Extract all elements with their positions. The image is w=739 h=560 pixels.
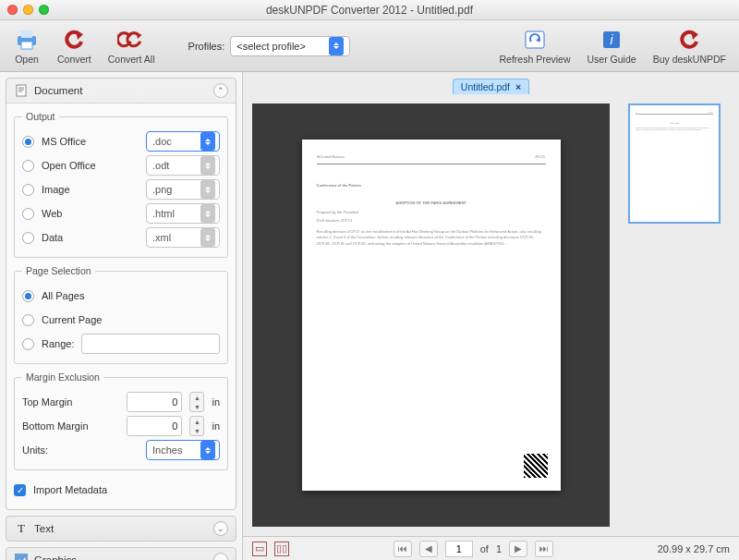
- first-page-button[interactable]: ⏮: [394, 541, 412, 557]
- import-metadata-checkbox[interactable]: ✓: [14, 484, 26, 496]
- profiles-select[interactable]: <select profile>: [230, 36, 350, 56]
- output-data[interactable]: Data .xml: [22, 225, 220, 250]
- radio-range[interactable]: [22, 338, 34, 350]
- radio-msoffice[interactable]: [22, 136, 34, 148]
- top-margin-stepper[interactable]: ▲▼: [189, 392, 204, 412]
- all-pages-row[interactable]: All Pages: [22, 284, 220, 308]
- next-page-button[interactable]: ▶: [509, 541, 527, 557]
- refresh-label: Refresh Preview: [500, 54, 571, 65]
- refresh-preview-button[interactable]: Refresh Preview: [500, 28, 571, 65]
- open-label: Open: [15, 54, 39, 65]
- chevron-updown-icon: [200, 204, 215, 223]
- chevron-updown-icon: [329, 37, 344, 55]
- page-thumbnail[interactable]: ⊕FCCC ADOPTION Lorem ipsum dolor sit ame…: [628, 103, 721, 224]
- radio-label: Web: [42, 208, 139, 219]
- output-openoffice[interactable]: Open Office .odt: [22, 153, 220, 177]
- guide-label: User Guide: [588, 54, 636, 65]
- main-area: Untitled.pdf × ⊕ United NationsFCCC Conf…: [243, 72, 739, 560]
- radio-label: Open Office: [42, 160, 139, 171]
- pager-of: of: [480, 543, 489, 554]
- radio-data[interactable]: [22, 232, 34, 244]
- convert-all-button[interactable]: Convert All: [108, 28, 155, 65]
- page-selection-legend: Page Selection: [22, 265, 95, 276]
- import-metadata-row[interactable]: ✓ Import Metadata: [14, 478, 228, 502]
- page-number-input[interactable]: [445, 541, 473, 557]
- svg-rect-6: [17, 85, 26, 96]
- preview-area: ⊕ United NationsFCCC Conference of the P…: [243, 94, 739, 536]
- format-select-png[interactable]: .png: [146, 179, 220, 200]
- format-select-html[interactable]: .html: [146, 203, 220, 224]
- convert-all-icon: [117, 28, 145, 52]
- radio-label: Image: [42, 184, 139, 195]
- document-panel-title: Document: [34, 85, 82, 96]
- profiles-group: Profiles: <select profile>: [188, 36, 351, 56]
- thumbnail-strip: ⊕FCCC ADOPTION Lorem ipsum dolor sit ame…: [619, 103, 730, 527]
- document-panel-header[interactable]: Document ⌃: [6, 79, 236, 103]
- convert-label: Convert: [57, 54, 91, 65]
- graphics-panel-title: Graphics: [34, 554, 77, 560]
- text-panel-header[interactable]: T Text ⌄: [6, 517, 236, 541]
- buy-button[interactable]: Buy deskUNPDF: [653, 28, 726, 65]
- import-metadata-label: Import Metadata: [33, 484, 107, 495]
- radio-current-page[interactable]: [22, 314, 34, 326]
- radio-label: Range:: [42, 338, 74, 349]
- radio-image[interactable]: [22, 184, 34, 196]
- buy-icon: [675, 28, 703, 52]
- radio-label: Current Page: [42, 314, 102, 325]
- radio-all-pages[interactable]: [22, 290, 34, 302]
- current-page-row[interactable]: Current Page: [22, 308, 220, 332]
- page-selection-group: Page Selection All Pages Current Page Ra…: [14, 265, 228, 364]
- units-select[interactable]: Inches: [146, 440, 220, 460]
- svg-rect-1: [21, 30, 32, 38]
- radio-label: MS Office: [42, 136, 139, 147]
- graphics-panel-header[interactable]: Graphics ⌄: [6, 548, 236, 560]
- document-icon: [14, 83, 29, 98]
- convert-all-label: Convert All: [108, 54, 155, 65]
- open-button[interactable]: Open: [13, 28, 41, 65]
- unit-suffix: in: [212, 396, 220, 408]
- close-tab-icon[interactable]: ×: [515, 81, 521, 92]
- last-page-button[interactable]: ⏭: [535, 541, 553, 557]
- sidebar: Document ⌃ Output MS Office .doc Open Of…: [0, 72, 243, 560]
- bottom-margin-row: Bottom Margin ▲▼ in: [22, 414, 220, 438]
- units-row: Units: Inches: [22, 438, 220, 462]
- window-title: deskUNPDF Converter 2012 - Untitled.pdf: [0, 4, 739, 17]
- document-panel-body: Output MS Office .doc Open Office .odt I…: [6, 103, 236, 509]
- view-facing-icon[interactable]: ▯▯: [274, 542, 289, 556]
- text-icon: T: [14, 521, 29, 536]
- view-single-icon[interactable]: ▭: [252, 542, 267, 556]
- units-label: Units:: [22, 444, 139, 456]
- chevron-updown-icon: [200, 441, 215, 459]
- range-input[interactable]: [81, 334, 220, 354]
- bottom-margin-stepper[interactable]: ▲▼: [189, 416, 204, 436]
- radio-web[interactable]: [22, 208, 34, 220]
- document-tab[interactable]: Untitled.pdf ×: [453, 79, 529, 94]
- graphics-icon: [14, 553, 29, 560]
- prev-page-button[interactable]: ◀: [419, 541, 438, 557]
- refresh-icon: [521, 28, 549, 52]
- document-tab-label: Untitled.pdf: [461, 81, 510, 92]
- toolbar: Open Convert Convert All Profiles: <sele…: [0, 20, 739, 72]
- bottom-margin-input[interactable]: [127, 416, 182, 436]
- document-tabstrip: Untitled.pdf ×: [243, 72, 739, 94]
- graphics-panel: Graphics ⌄: [6, 547, 236, 560]
- bottom-margin-label: Bottom Margin: [22, 420, 119, 432]
- range-row[interactable]: Range:: [22, 332, 220, 356]
- document-panel: Document ⌃ Output MS Office .doc Open Of…: [6, 78, 236, 510]
- info-icon: i: [598, 28, 625, 52]
- user-guide-button[interactable]: i User Guide: [588, 28, 636, 65]
- format-select-odt[interactable]: .odt: [146, 155, 220, 176]
- radio-openoffice[interactable]: [22, 160, 34, 172]
- radio-label: Data: [42, 232, 139, 243]
- output-msoffice[interactable]: MS Office .doc: [22, 129, 220, 153]
- text-panel: T Text ⌄: [6, 516, 236, 542]
- format-select-doc[interactable]: .doc: [146, 131, 220, 152]
- format-select-xml[interactable]: .xml: [146, 227, 220, 248]
- output-web[interactable]: Web .html: [22, 201, 220, 225]
- convert-button[interactable]: Convert: [57, 28, 91, 65]
- top-margin-input[interactable]: [127, 392, 182, 412]
- output-image[interactable]: Image .png: [22, 177, 220, 201]
- preview-canvas[interactable]: ⊕ United NationsFCCC Conference of the P…: [252, 103, 610, 527]
- profiles-value: <select profile>: [236, 41, 306, 52]
- page-preview: ⊕ United NationsFCCC Conference of the P…: [302, 140, 561, 491]
